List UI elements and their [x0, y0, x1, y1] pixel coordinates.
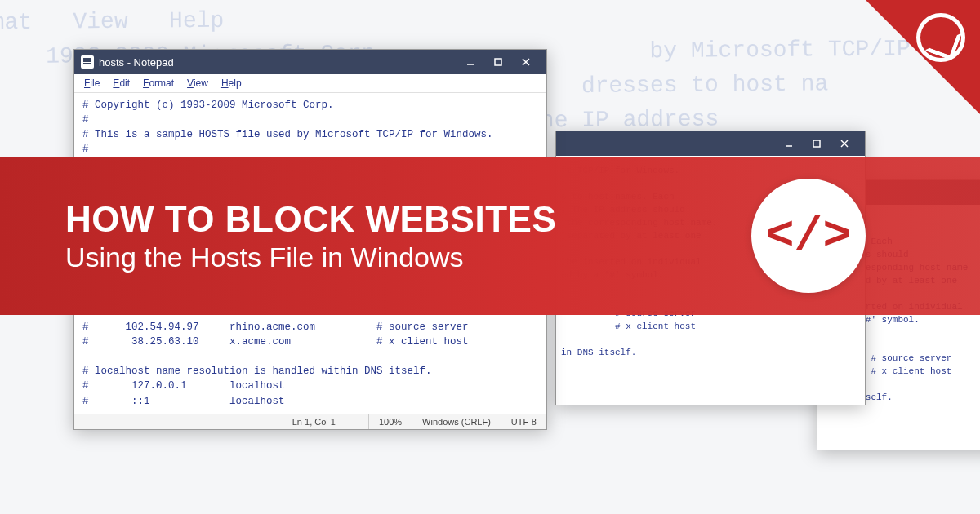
banner-subtitle: Using the Hosts File in Windows [65, 241, 556, 273]
status-line-ending: Windows (CRLF) [412, 414, 501, 429]
code-badge-icon: </> [751, 179, 866, 293]
headline-banner: HOW TO BLOCK WEBSITES Using the Hosts Fi… [0, 157, 980, 315]
menu-view[interactable]: View [182, 76, 213, 91]
status-encoding: UTF-8 [501, 414, 546, 429]
maximize-button[interactable] [803, 131, 831, 156]
window-title: hosts - Notepad [99, 56, 457, 69]
notepad-app-icon [81, 55, 94, 69]
close-button[interactable] [831, 131, 858, 156]
minimize-button[interactable] [457, 50, 484, 74]
titlebar[interactable] [556, 131, 865, 156]
menu-bar: File Edit Format View Help [74, 74, 546, 93]
maximize-button[interactable] [484, 50, 512, 74]
brand-logo-icon [916, 13, 965, 62]
menu-help[interactable]: Help [216, 76, 247, 91]
brand-corner [866, 0, 980, 114]
close-button[interactable] [512, 50, 540, 74]
status-zoom: 100% [368, 414, 412, 429]
minimize-button[interactable] [775, 131, 803, 156]
banner-title: HOW TO BLOCK WEBSITES [65, 199, 556, 240]
menu-file[interactable]: File [79, 76, 105, 91]
svg-rect-9 [495, 59, 501, 65]
status-position: Ln 1, Col 1 [74, 414, 368, 429]
titlebar[interactable]: hosts - Notepad [74, 50, 546, 74]
menu-edit[interactable]: Edit [108, 76, 135, 91]
menu-format[interactable]: Format [138, 76, 179, 91]
status-bar: Ln 1, Col 1 100% Windows (CRLF) UTF-8 [74, 414, 546, 429]
svg-rect-5 [813, 140, 820, 147]
